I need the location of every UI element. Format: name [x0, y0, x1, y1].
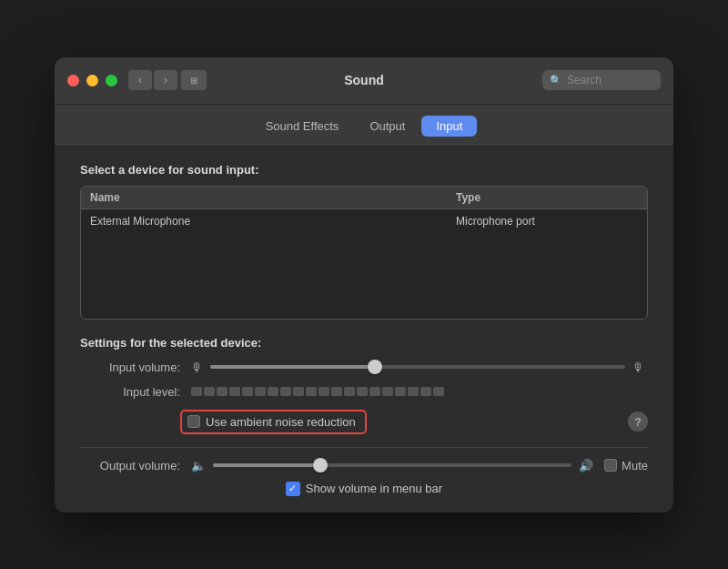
level-seg-6	[255, 387, 266, 396]
level-seg-10	[306, 387, 317, 396]
col-name-header: Name	[90, 191, 456, 204]
menu-bar-checkbox[interactable]: ✓	[286, 482, 300, 496]
level-seg-2	[204, 387, 215, 396]
col-type-header: Type	[456, 191, 638, 204]
search-box[interactable]: 🔍 Search	[542, 70, 661, 90]
divider	[80, 447, 648, 448]
input-level-meter	[191, 387, 644, 396]
input-volume-label: Input volume:	[80, 361, 180, 374]
noise-reduction-checkbox[interactable]	[187, 415, 200, 428]
tab-sound-effects[interactable]: Sound Effects	[251, 116, 354, 137]
menu-bar-label: Show volume in menu bar	[306, 482, 442, 495]
traffic-lights	[67, 75, 117, 86]
level-seg-14	[357, 387, 368, 396]
table-row[interactable]: External Microphone Microphone port	[81, 209, 647, 233]
level-seg-18	[408, 387, 419, 396]
level-seg-13	[344, 387, 355, 396]
device-table: Name Type External Microphone Microphone…	[80, 186, 648, 320]
table-body: External Microphone Microphone port	[81, 209, 647, 319]
level-seg-4	[229, 387, 240, 396]
tab-input[interactable]: Input	[421, 116, 477, 137]
noise-reduction-row: Use ambient noise reduction ?	[80, 410, 648, 434]
search-placeholder: Search	[567, 74, 602, 86]
nav-buttons: ‹ ›	[128, 70, 177, 90]
search-icon: 🔍	[550, 75, 562, 86]
tab-output[interactable]: Output	[355, 116, 420, 137]
grid-button[interactable]: ⊞	[181, 70, 207, 90]
volume-low-icon: 🔈	[191, 459, 206, 472]
close-button[interactable]	[67, 75, 79, 86]
tabs-bar: Sound Effects Output Input	[55, 105, 673, 147]
level-seg-11	[318, 387, 329, 396]
level-seg-15	[369, 387, 380, 396]
level-seg-17	[395, 387, 406, 396]
level-seg-8	[280, 387, 291, 396]
input-volume-row: Input volume: 🎙 🎙	[80, 361, 648, 374]
level-seg-9	[293, 387, 304, 396]
volume-high-icon: 🔊	[579, 459, 593, 472]
mic-low-icon: 🎙	[191, 361, 203, 374]
main-content: Select a device for sound input: Name Ty…	[55, 147, 673, 513]
device-section-title: Select a device for sound input:	[80, 163, 648, 177]
level-seg-12	[331, 387, 342, 396]
noise-reduction-label: Use ambient noise reduction	[206, 415, 356, 429]
mute-area: Mute	[604, 459, 648, 472]
mute-label: Mute	[622, 459, 648, 472]
sound-preferences-window: ‹ › ⊞ Sound 🔍 Search Sound Effects Outpu…	[55, 57, 673, 513]
level-seg-7	[268, 387, 278, 396]
mic-high-icon: 🎙	[632, 361, 644, 374]
noise-reduction-checkbox-area: Use ambient noise reduction	[180, 410, 367, 434]
input-level-row: Input level:	[80, 385, 648, 399]
mute-checkbox[interactable]	[604, 459, 617, 472]
back-button[interactable]: ‹	[128, 70, 152, 90]
input-level-label: Input level:	[80, 385, 180, 399]
minimize-button[interactable]	[86, 75, 98, 86]
help-button[interactable]: ?	[628, 412, 648, 432]
zoom-button[interactable]	[106, 75, 117, 86]
device-name-cell: External Microphone	[90, 215, 456, 228]
device-type-cell: Microphone port	[456, 215, 638, 228]
window-title: Sound	[344, 73, 384, 87]
output-volume-row: Output volume: 🔈 🔊 Mute	[80, 459, 648, 472]
level-seg-1	[191, 387, 202, 396]
settings-section-title: Settings for the selected device:	[80, 336, 648, 350]
table-header: Name Type	[81, 187, 647, 209]
forward-button[interactable]: ›	[154, 70, 177, 90]
level-seg-20	[433, 387, 444, 396]
level-seg-19	[420, 387, 431, 396]
level-seg-5	[242, 387, 253, 396]
input-volume-slider[interactable]	[210, 365, 625, 369]
titlebar: ‹ › ⊞ Sound 🔍 Search	[55, 57, 673, 105]
level-seg-3	[217, 387, 228, 396]
output-volume-label: Output volume:	[80, 459, 180, 472]
menu-bar-row: ✓ Show volume in menu bar	[80, 482, 648, 496]
settings-section: Settings for the selected device: Input …	[80, 336, 648, 496]
output-volume-slider[interactable]	[213, 463, 571, 467]
level-seg-16	[382, 387, 393, 396]
